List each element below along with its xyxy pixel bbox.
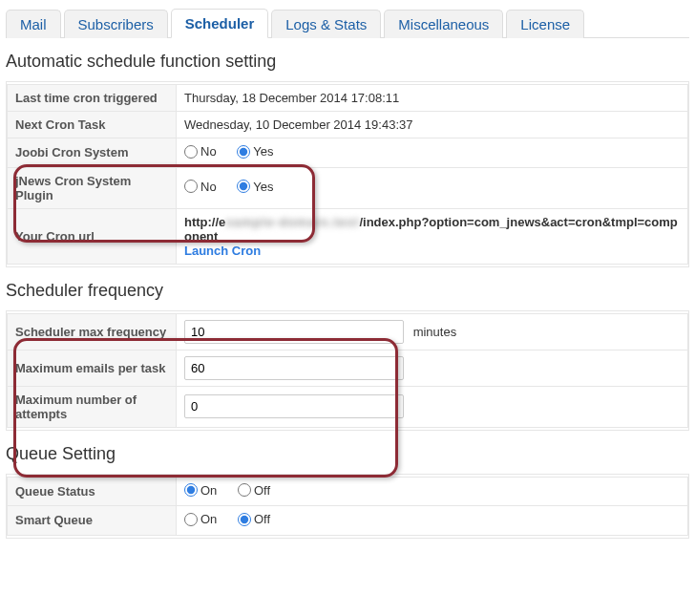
scheduler-settings-page: Mail Subscribers Scheduler Logs & Stats … — [6, 6, 689, 539]
joobi-cron-value: No Yes — [177, 138, 688, 168]
queue-status-off[interactable]: Off — [238, 483, 270, 498]
max-emails-label: Maximum emails per task — [8, 350, 177, 386]
jnews-cron-yes-label: Yes — [253, 180, 273, 194]
joobi-cron-no[interactable]: No — [184, 144, 217, 159]
cron-url-value: http://example-domain.test/index.php?opt… — [177, 208, 688, 264]
queue-status-value: On Off — [177, 477, 688, 506]
joobi-cron-no-radio[interactable] — [184, 145, 198, 159]
scheduler-frequency-panel: Scheduler max frequency minutes Maximum … — [6, 310, 689, 431]
jnews-cron-label: jNews Cron System Plugin — [8, 167, 177, 208]
smart-queue-off-radio[interactable] — [238, 513, 251, 526]
jnews-cron-no-label: No — [200, 180, 217, 194]
jnews-cron-yes-radio[interactable] — [237, 180, 250, 193]
smart-queue-on[interactable]: On — [184, 512, 217, 526]
tab-license-label: License — [520, 16, 570, 32]
tab-scheduler[interactable]: Scheduler — [171, 9, 269, 38]
max-attempts-input[interactable] — [184, 394, 404, 418]
max-attempts-label: Maximum number of attempts — [8, 386, 177, 427]
tab-misc[interactable]: Miscellaneous — [384, 10, 503, 38]
queue-status-label: Queue Status — [8, 477, 177, 506]
smart-queue-off[interactable]: Off — [238, 512, 270, 526]
tab-subscribers[interactable]: Subscribers — [64, 10, 168, 38]
joobi-cron-yes-label: Yes — [253, 144, 273, 159]
tab-logs-label: Logs & Stats — [285, 16, 367, 32]
tab-logs[interactable]: Logs & Stats — [271, 10, 381, 38]
smart-queue-off-label: Off — [254, 512, 270, 526]
tab-mail[interactable]: Mail — [6, 10, 61, 38]
tabs: Mail Subscribers Scheduler Logs & Stats … — [6, 6, 689, 38]
section-scheduler-frequency-title: Scheduler frequency — [6, 281, 689, 301]
smart-queue-on-radio[interactable] — [184, 513, 198, 526]
queue-status-off-label: Off — [254, 483, 270, 498]
last-cron-label: Last time cron triggered — [8, 85, 177, 112]
max-attempts-cell — [177, 386, 688, 427]
jnews-cron-yes[interactable]: Yes — [237, 180, 273, 194]
automatic-schedule-panel: Last time cron triggered Thursday, 18 De… — [6, 81, 689, 267]
queue-status-on-radio[interactable] — [184, 483, 198, 497]
queue-status-off-radio[interactable] — [238, 483, 251, 497]
max-freq-input[interactable] — [184, 320, 404, 344]
queue-status-on[interactable]: On — [184, 483, 217, 498]
smart-queue-value: On Off — [177, 506, 688, 536]
joobi-cron-yes[interactable]: Yes — [237, 144, 273, 159]
last-cron-value: Thursday, 18 December 2014 17:08:11 — [177, 85, 688, 112]
tab-scheduler-label: Scheduler — [185, 15, 255, 32]
max-emails-cell — [177, 350, 688, 386]
cron-url-label: Your Cron url — [8, 208, 177, 264]
tab-mail-label: Mail — [20, 16, 47, 32]
joobi-cron-yes-radio[interactable] — [237, 145, 250, 159]
tab-license[interactable]: License — [506, 10, 584, 38]
queue-setting-panel: Queue Status On Off Smart Queue On Off — [6, 474, 689, 539]
section-automatic-schedule-title: Automatic schedule function setting — [6, 52, 689, 72]
max-freq-cell: minutes — [177, 313, 688, 350]
max-emails-input[interactable] — [184, 356, 404, 380]
cron-url-text: http://example-domain.test/index.php?opt… — [184, 215, 678, 244]
smart-queue-on-label: On — [200, 512, 217, 526]
smart-queue-label: Smart Queue — [8, 506, 177, 536]
tab-subscribers-label: Subscribers — [78, 16, 154, 32]
jnews-cron-no[interactable]: No — [184, 180, 217, 194]
launch-cron-link[interactable]: Launch Cron — [184, 244, 261, 258]
jnews-cron-no-radio[interactable] — [184, 180, 198, 193]
section-queue-setting-title: Queue Setting — [6, 444, 689, 464]
max-freq-hint: minutes — [413, 325, 457, 339]
jnews-cron-value: No Yes — [177, 167, 688, 208]
max-freq-label: Scheduler max frequency — [8, 313, 177, 350]
tab-misc-label: Miscellaneous — [398, 16, 489, 32]
joobi-cron-label: Joobi Cron System — [8, 138, 177, 168]
next-cron-label: Next Cron Task — [8, 112, 177, 138]
joobi-cron-no-label: No — [200, 144, 217, 159]
next-cron-value: Wednesday, 10 December 2014 19:43:37 — [177, 112, 688, 138]
queue-status-on-label: On — [200, 483, 217, 498]
